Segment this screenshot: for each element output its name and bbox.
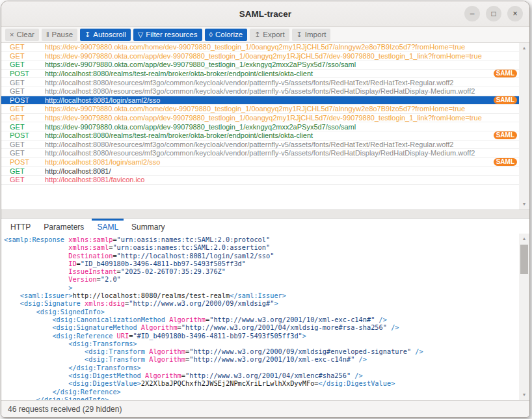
minimize-icon: – bbox=[470, 10, 475, 18]
colorize-icon: ◊ bbox=[209, 31, 213, 38]
request-row[interactable]: POSThttp://localhost:8080/realms/test-re… bbox=[1, 70, 519, 79]
xml-line: <dsig:Reference URI="#ID_b409180b-3496-4… bbox=[4, 332, 519, 340]
close-icon: × bbox=[512, 10, 517, 18]
xml-line: Destination="http://localhost:8081/login… bbox=[4, 252, 519, 260]
toolbar-button-label: Colorize bbox=[215, 31, 243, 38]
request-row[interactable]: GEThttp://localhost:8080/resources/mf3go… bbox=[1, 87, 519, 96]
request-method: GET bbox=[1, 149, 45, 157]
request-method: GET bbox=[1, 52, 45, 60]
request-url: https://dev-99079880.okta.com/app/dev-99… bbox=[45, 52, 519, 60]
tab-http[interactable]: HTTP bbox=[5, 219, 36, 234]
request-url: http://localhost:8080/resources/mf3go/co… bbox=[45, 79, 519, 87]
pause-button[interactable]: ‖Pause bbox=[42, 29, 77, 41]
saml-xml-view: <samlp:Response xmlns:samlp="urn:oasis:n… bbox=[1, 234, 519, 400]
request-method: GET bbox=[1, 167, 45, 175]
request-method: GET bbox=[1, 114, 45, 122]
request-method: POST bbox=[1, 158, 45, 166]
maximize-button[interactable]: □ bbox=[486, 6, 501, 21]
xml-line: > bbox=[4, 284, 519, 291]
request-method: POST bbox=[1, 131, 45, 139]
request-row[interactable]: GEThttp://localhost:8081/favicon.ico bbox=[1, 176, 519, 185]
request-method: GET bbox=[1, 141, 45, 148]
clear-button[interactable]: ×Clear bbox=[5, 29, 39, 41]
request-row[interactable]: GEThttps://dev-99079880.okta.com/app/dev… bbox=[1, 52, 519, 61]
request-method: GET bbox=[1, 61, 45, 68]
request-row[interactable]: POSThttp://localhost:8080/realms/test-re… bbox=[1, 131, 519, 141]
scrollbar-thumb[interactable] bbox=[520, 245, 528, 274]
window-title: SAML-tracer bbox=[239, 9, 291, 19]
xml-line: <dsig:SignedInfo> bbox=[4, 308, 519, 316]
request-method: GET bbox=[1, 123, 45, 131]
request-url: http://localhost:8081/ bbox=[45, 167, 519, 175]
statusbar: 46 requests received (29 hidden) bbox=[1, 400, 529, 417]
xml-line: <saml:Issuer>http://localhost:8080/realm… bbox=[4, 291, 519, 299]
xml-line: Version="2.0" bbox=[4, 275, 519, 283]
request-row[interactable]: GEThttps://dev-99079880.okta.com/app/dev… bbox=[1, 122, 519, 131]
maximize-icon: □ bbox=[491, 10, 496, 18]
request-row[interactable]: GEThttp://localhost:8080/resources/mf3go… bbox=[1, 141, 519, 150]
request-list: GEThttps://dev-99079880.okta.com/home/de… bbox=[1, 43, 529, 210]
request-method: GET bbox=[1, 87, 45, 95]
close-button[interactable]: × bbox=[507, 6, 523, 21]
detail-tabbar: HTTPParametersSAMLSummary bbox=[1, 219, 529, 234]
minimize-button[interactable]: – bbox=[464, 6, 480, 21]
export-icon: ↥ bbox=[254, 31, 260, 38]
pause-icon: ‖ bbox=[46, 31, 49, 38]
filter-resources-button[interactable]: ▽Filter resources bbox=[133, 29, 202, 41]
xml-line: <dsig:Transforms> bbox=[4, 340, 519, 347]
request-row[interactable]: GEThttps://dev-99079880.okta.com/app/dev… bbox=[1, 114, 519, 123]
request-url: https://dev-99079880.okta.com/home/dev-9… bbox=[45, 43, 519, 51]
scroll-up-icon[interactable]: ▲ bbox=[519, 44, 529, 53]
request-url: http://localhost:8080/resources/mf3go/co… bbox=[45, 87, 519, 95]
request-url: http://localhost:8080/realms/test-realm/… bbox=[45, 131, 519, 139]
request-url: https://dev-99079880.okta.com/app/dev-99… bbox=[45, 123, 519, 131]
scroll-down-icon[interactable]: ▼ bbox=[519, 200, 529, 209]
autoscroll-icon: ↧ bbox=[85, 31, 90, 38]
request-url: http://localhost:8080/resources/mf3go/co… bbox=[45, 141, 519, 148]
request-url: http://localhost:8080/realms/test-realm/… bbox=[45, 70, 519, 77]
request-row[interactable]: GEThttp://localhost:8080/resources/mf3go… bbox=[1, 149, 519, 158]
pane-splitter[interactable] bbox=[1, 210, 529, 219]
request-list-scrollbar[interactable]: ▲ ▼ bbox=[519, 43, 529, 210]
request-url: http://localhost:8081/favicon.ico bbox=[45, 176, 519, 183]
xml-line: <dsig:DigestValue>2X2XlbaJPQChxfh2JWSEj2… bbox=[4, 379, 519, 387]
import-icon: ↧ bbox=[297, 31, 302, 38]
tab-parameters[interactable]: Parameters bbox=[38, 219, 89, 234]
request-row[interactable]: POSThttp://localhost:8081/login/saml2/ss… bbox=[1, 158, 519, 167]
autoscroll-button[interactable]: ↧Autoscroll bbox=[80, 29, 131, 41]
request-url: https://dev-99079880.okta.com/home/dev-9… bbox=[45, 105, 519, 113]
request-method: GET bbox=[1, 105, 45, 113]
xml-line: <samlp:Response xmlns:samlp="urn:oasis:n… bbox=[4, 236, 519, 243]
request-rows: GEThttps://dev-99079880.okta.com/home/de… bbox=[1, 43, 519, 210]
import-button[interactable]: ↧Import bbox=[292, 29, 331, 41]
xml-scrollbar[interactable]: ▲ ▼ bbox=[519, 234, 529, 400]
export-button[interactable]: ↥Export bbox=[250, 29, 289, 41]
request-url: https://dev-99079880.okta.com/app/dev-99… bbox=[45, 61, 519, 68]
scroll-up-icon[interactable]: ▲ bbox=[519, 234, 529, 243]
saml-badge: SAML bbox=[494, 158, 517, 166]
saml-badge: SAML bbox=[494, 131, 517, 139]
request-row[interactable]: POSThttp://localhost:8081/login/saml2/ss… bbox=[1, 96, 519, 105]
request-row[interactable]: GEThttps://dev-99079880.okta.com/home/de… bbox=[1, 105, 519, 114]
saml-detail-pane[interactable]: <samlp:Response xmlns:samlp="urn:oasis:n… bbox=[1, 234, 529, 400]
request-method: GET bbox=[1, 176, 45, 183]
tab-summary[interactable]: Summary bbox=[126, 219, 170, 234]
request-row[interactable]: GEThttp://localhost:8080/resources/mf3go… bbox=[1, 78, 519, 87]
toolbar-button-label: Import bbox=[305, 31, 326, 38]
saml-tracer-window: SAML-tracer – □ × ×Clear‖Pause↧Autoscrol… bbox=[1, 1, 530, 418]
request-row[interactable]: GEThttp://localhost:8081/ bbox=[1, 167, 519, 176]
toolbar-button-label: Export bbox=[263, 31, 284, 38]
request-row[interactable]: GEThttps://dev-99079880.okta.com/app/dev… bbox=[1, 61, 519, 70]
saml-badge: SAML bbox=[494, 70, 517, 77]
request-row[interactable]: GEThttps://dev-99079880.okta.com/home/de… bbox=[1, 43, 519, 52]
xml-line: <dsig:Transform Algorithm="http://www.w3… bbox=[4, 347, 519, 355]
xml-line: <dsig:CanonicalizationMethod Algorithm="… bbox=[4, 316, 519, 323]
colorize-button[interactable]: ◊Colorize bbox=[205, 29, 248, 41]
scroll-down-icon[interactable]: ▼ bbox=[519, 390, 529, 399]
xml-line: <dsig:Signature xmlns:dsig="http://www.w… bbox=[4, 299, 519, 307]
request-url: http://localhost:8080/resources/mf3go/co… bbox=[45, 149, 519, 157]
request-url: http://localhost:8081/login/saml2/sso bbox=[45, 158, 519, 166]
tab-saml[interactable]: SAML bbox=[92, 219, 124, 234]
request-method: GET bbox=[1, 43, 45, 51]
saml-badge: SAML bbox=[494, 96, 517, 104]
